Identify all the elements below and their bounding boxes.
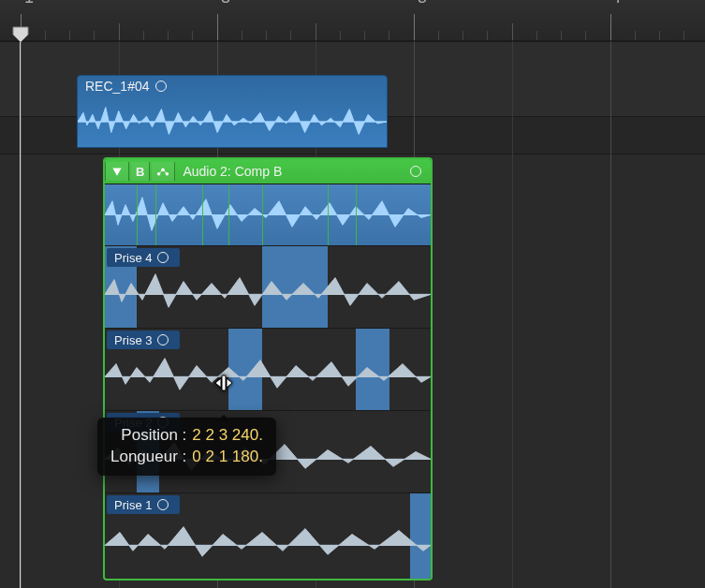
comp-quick-swipe-button[interactable] <box>152 162 175 181</box>
loop-icon <box>157 252 169 263</box>
waveform <box>78 96 387 147</box>
take-lane[interactable]: Prise 3 <box>105 328 431 410</box>
comp-disclosure-button[interactable] <box>105 162 129 181</box>
comp-body: Prise 4 Prise 3 <box>105 184 431 581</box>
loop-icon <box>410 166 421 177</box>
tooltip-length-value: 0 2 1 180. <box>192 447 263 468</box>
region-label: REC_1#04 <box>85 79 150 94</box>
tooltip-position-value: 2 2 3 240. <box>192 425 263 447</box>
bar-number: 3 <box>221 0 230 7</box>
bar-number: 5 <box>418 0 427 7</box>
take-lane[interactable]: Prise 1 <box>105 492 431 581</box>
comp-composite-lane[interactable] <box>105 184 431 245</box>
playhead-handle[interactable] <box>12 26 29 43</box>
playhead-line <box>20 41 21 588</box>
tracks-area[interactable]: REC_1#04 B Audio 2: Comp B <box>0 41 705 588</box>
tooltip-length-label: Longueur : <box>110 447 186 468</box>
waveform <box>105 184 431 245</box>
region-header: REC_1#04 <box>78 76 387 96</box>
tooltip-position-label: Position : <box>121 425 186 447</box>
take-header[interactable]: Prise 1 <box>107 495 180 514</box>
comp-title: Audio 2: Comp B <box>183 164 408 179</box>
take-label: Prise 3 <box>114 333 152 347</box>
loop-icon <box>157 499 169 510</box>
take-label: Prise 4 <box>114 251 152 265</box>
take-header[interactable]: Prise 4 <box>107 248 180 267</box>
daw-workspace: 1 3 5 7 <box>0 0 705 588</box>
bar-number: 1 <box>24 0 34 7</box>
loop-icon <box>155 81 167 92</box>
timeline-ruler[interactable]: 1 3 5 7 <box>0 0 705 41</box>
loop-icon <box>157 334 169 345</box>
audio-region-rec1[interactable]: REC_1#04 <box>77 75 388 148</box>
take-lane[interactable]: Prise 4 <box>105 245 431 328</box>
bar-number: 7 <box>614 0 624 7</box>
take-header[interactable]: Prise 3 <box>107 331 180 349</box>
take-label: Prise 1 <box>114 498 152 512</box>
ruler-ticks: 1 3 5 7 <box>0 0 705 40</box>
comp-variant-button[interactable]: B <box>131 162 150 181</box>
comp-header[interactable]: B Audio 2: Comp B <box>105 159 431 184</box>
position-tooltip: Position : 2 2 3 240. Longueur : 0 2 1 1… <box>97 418 276 476</box>
comp-take-folder[interactable]: B Audio 2: Comp B <box>103 157 433 581</box>
